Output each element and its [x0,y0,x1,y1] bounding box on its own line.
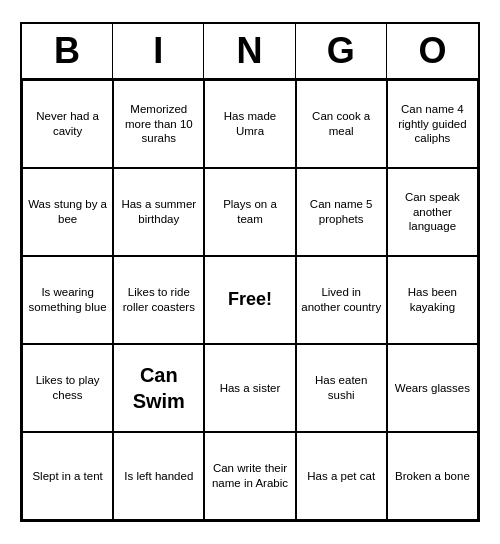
bingo-cell-2[interactable]: Has made Umra [204,80,295,168]
bingo-cell-13[interactable]: Lived in another country [296,256,387,344]
bingo-cell-15[interactable]: Likes to play chess [22,344,113,432]
bingo-cell-5[interactable]: Was stung by a bee [22,168,113,256]
bingo-grid: Never had a cavityMemorized more than 10… [22,80,478,520]
bingo-cell-23[interactable]: Has a pet cat [296,432,387,520]
bingo-cell-10[interactable]: Is wearing something blue [22,256,113,344]
bingo-cell-14[interactable]: Has been kayaking [387,256,478,344]
bingo-letter-I: I [113,24,204,78]
free-space[interactable]: Free! [204,256,295,344]
bingo-cell-0[interactable]: Never had a cavity [22,80,113,168]
bingo-cell-17[interactable]: Has a sister [204,344,295,432]
bingo-cell-3[interactable]: Can cook a meal [296,80,387,168]
bingo-cell-8[interactable]: Can name 5 prophets [296,168,387,256]
bingo-cell-7[interactable]: Plays on a team [204,168,295,256]
bingo-letter-O: O [387,24,478,78]
bingo-letter-B: B [22,24,113,78]
bingo-cell-20[interactable]: Slept in a tent [22,432,113,520]
bingo-cell-24[interactable]: Broken a bone [387,432,478,520]
bingo-card: BINGO Never had a cavityMemorized more t… [20,22,480,522]
bingo-cell-6[interactable]: Has a summer birthday [113,168,204,256]
bingo-cell-16[interactable]: Can Swim [113,344,204,432]
bingo-cell-4[interactable]: Can name 4 rightly guided caliphs [387,80,478,168]
bingo-cell-22[interactable]: Can write their name in Arabic [204,432,295,520]
bingo-cell-1[interactable]: Memorized more than 10 surahs [113,80,204,168]
bingo-cell-11[interactable]: Likes to ride roller coasters [113,256,204,344]
bingo-header: BINGO [22,24,478,80]
bingo-cell-19[interactable]: Wears glasses [387,344,478,432]
bingo-cell-21[interactable]: Is left handed [113,432,204,520]
bingo-letter-N: N [204,24,295,78]
bingo-cell-18[interactable]: Has eaten sushi [296,344,387,432]
bingo-letter-G: G [296,24,387,78]
bingo-cell-9[interactable]: Can speak another language [387,168,478,256]
